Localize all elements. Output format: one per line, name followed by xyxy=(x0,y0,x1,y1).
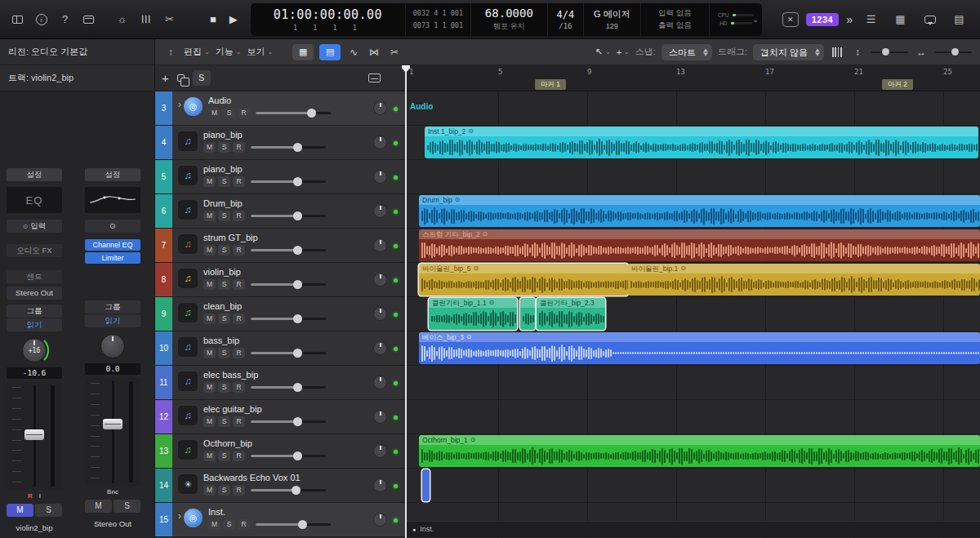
record-button[interactable]: R xyxy=(233,313,245,324)
fader-cap[interactable] xyxy=(24,429,44,440)
pan-knob[interactable] xyxy=(373,307,387,321)
grid-view-toggle[interactable]: ▦ xyxy=(292,44,314,60)
vertical-zoom-icon[interactable]: ↕ xyxy=(850,44,865,60)
track-name[interactable]: piano_bip xyxy=(203,164,402,174)
solo-button[interactable]: S xyxy=(114,500,140,513)
volume-slider[interactable] xyxy=(251,143,326,152)
waveform-zoom-icon[interactable] xyxy=(830,44,844,60)
track-row[interactable]: 3 › ◎ Audio M S R xyxy=(155,91,405,126)
track-row[interactable]: 12 ♫ elec guitar_bip M S R xyxy=(155,400,405,434)
track-name[interactable]: Audio xyxy=(208,96,402,105)
media-browser-icon[interactable] xyxy=(7,10,29,29)
track-row[interactable]: 14 ✳ Backwards Echo Vox 01 M S R xyxy=(155,469,405,503)
track-name[interactable]: piano_bip xyxy=(203,130,402,140)
track-row[interactable]: 5 ♫ piano_bip M S R xyxy=(155,160,405,194)
track-row[interactable]: 15 › ◎ Inst. M S R xyxy=(155,503,405,537)
track-row[interactable]: 10 ♫ bass_bip M S R xyxy=(155,331,405,366)
pointer-tool-menu[interactable]: ↖⌄ xyxy=(595,47,611,57)
solo-button[interactable]: S xyxy=(35,504,62,517)
record-button[interactable]: R xyxy=(233,211,245,221)
region[interactable]: 바이올린_bip.1⊙ xyxy=(628,264,980,296)
double-chevron-icon[interactable]: » xyxy=(846,13,853,26)
mute-button[interactable]: M xyxy=(203,451,216,461)
automation-icon[interactable]: ∿ xyxy=(346,44,361,60)
slider-thumb[interactable] xyxy=(951,48,959,56)
automation-mode-button[interactable]: 읽기 xyxy=(85,314,140,327)
record-button[interactable]: R xyxy=(233,485,245,496)
region[interactable]: Drum_bip⊙ xyxy=(419,195,980,227)
record-button[interactable]: R xyxy=(238,108,250,118)
volume-slider[interactable] xyxy=(256,520,331,529)
track-name[interactable]: Inst. xyxy=(208,507,402,517)
region[interactable]: 바이올린_bip_5⊙ xyxy=(419,264,628,296)
solo-button[interactable]: S xyxy=(223,108,235,118)
quick-help-icon[interactable]: ? xyxy=(54,10,76,29)
stack-chevron-icon[interactable]: › xyxy=(178,99,181,125)
record-button[interactable]: R xyxy=(233,176,245,187)
mute-button[interactable]: M xyxy=(203,176,216,187)
pan-knob[interactable] xyxy=(85,331,140,362)
marker[interactable]: 마커 1 xyxy=(535,79,566,90)
snap-select[interactable]: 스마트 xyxy=(662,44,712,60)
solo-button[interactable]: S xyxy=(218,382,230,393)
record-button[interactable]: R xyxy=(233,382,245,393)
x-icon[interactable]: ✕ xyxy=(782,12,799,27)
lcd-time[interactable]: 01:00:00:00.00 1 1 1 1 xyxy=(251,3,406,36)
mute-button[interactable]: M xyxy=(203,142,216,153)
track-name[interactable]: bass_bip xyxy=(203,336,402,345)
region[interactable]: Octhorn_bip_1⊙ xyxy=(419,435,980,467)
slider-thumb[interactable] xyxy=(882,48,889,56)
horizontal-zoom-slider[interactable] xyxy=(934,47,972,57)
automation-mode-button[interactable]: 읽기 xyxy=(7,318,62,331)
smart-controls-icon[interactable]: ☼ xyxy=(111,10,133,29)
track-row[interactable]: 4 ♫ piano_bip M S R xyxy=(155,126,405,160)
marker[interactable]: 마커 2 xyxy=(882,79,913,90)
region-inspector-header[interactable]: 리전: 오디오 기본값 xyxy=(0,39,155,65)
pan-knob[interactable] xyxy=(373,478,387,492)
input-monitor-button[interactable]: I xyxy=(39,492,41,500)
group-slot[interactable]: 그룹 xyxy=(85,300,140,313)
eq-thumbnail[interactable] xyxy=(85,187,140,213)
lcd-cpu-meters[interactable]: CPU HD ⌄ xyxy=(710,3,762,36)
record-button[interactable]: R xyxy=(233,416,245,427)
mute-button[interactable]: M xyxy=(203,348,216,358)
plugin-slot[interactable]: Limiter xyxy=(85,252,140,264)
volume-slider[interactable] xyxy=(251,417,326,426)
track-name[interactable]: Octhorn_bip xyxy=(203,438,402,448)
solo-button[interactable]: S xyxy=(218,142,230,153)
functions-menu[interactable]: 기능⌄ xyxy=(216,46,242,58)
editors-icon[interactable]: ✂ xyxy=(158,10,180,29)
volume-slider[interactable] xyxy=(251,314,326,323)
pan-knob[interactable] xyxy=(373,170,387,184)
track-inspector-header[interactable]: 트랙: violin2_bip xyxy=(0,65,155,91)
volume-value[interactable]: -10.6 xyxy=(7,367,62,379)
solo-button[interactable]: S xyxy=(218,348,230,358)
group-slot[interactable]: 그룹 xyxy=(7,305,62,318)
mute-button[interactable]: M xyxy=(203,485,216,496)
track-row[interactable]: 9 ♫ clean_bip M S R xyxy=(155,297,405,331)
region[interactable]: 클린기타_bip_1.1⊙ xyxy=(429,298,517,330)
list-view-toggle[interactable]: ▤ xyxy=(319,44,341,60)
mute-button[interactable]: M xyxy=(203,279,216,290)
solo-button[interactable]: S xyxy=(218,176,230,187)
settings-button[interactable]: 설정 xyxy=(85,168,140,181)
horizontal-zoom-icon[interactable]: ↔ xyxy=(914,44,929,60)
bar-ruler[interactable]: 1 5 9 13 17 21 25 마커 1 마커 2 xyxy=(406,65,980,91)
toolbar-toggle-icon[interactable] xyxy=(78,10,100,29)
volume-fader[interactable] xyxy=(7,382,62,490)
arrange-area[interactable]: Audio Inst 1_bip_2⊙ Drum_bip⊙ 스트럼 기타_bip… xyxy=(406,91,980,538)
stack-bar-inst[interactable]: ● Inst. xyxy=(406,521,980,536)
record-button[interactable]: R xyxy=(233,142,245,153)
solo-button[interactable]: S xyxy=(218,279,230,290)
mute-button[interactable]: M xyxy=(203,313,216,324)
region[interactable]: 스트럼 기타_bip_2⊙ xyxy=(419,229,980,261)
volume-slider[interactable] xyxy=(251,246,326,255)
pan-knob[interactable] xyxy=(373,410,387,424)
track-name[interactable]: Drum_bip xyxy=(203,198,402,208)
volume-slider[interactable] xyxy=(251,177,326,186)
track-row[interactable]: 11 ♫ elec bass_bip M S R xyxy=(155,366,405,400)
drag-select[interactable]: 겹치지 않음 xyxy=(753,44,824,60)
track-row[interactable]: 8 ♫ violin_bip M S R xyxy=(155,263,405,297)
record-button[interactable]: R xyxy=(233,279,245,290)
volume-fader[interactable] xyxy=(85,378,140,486)
